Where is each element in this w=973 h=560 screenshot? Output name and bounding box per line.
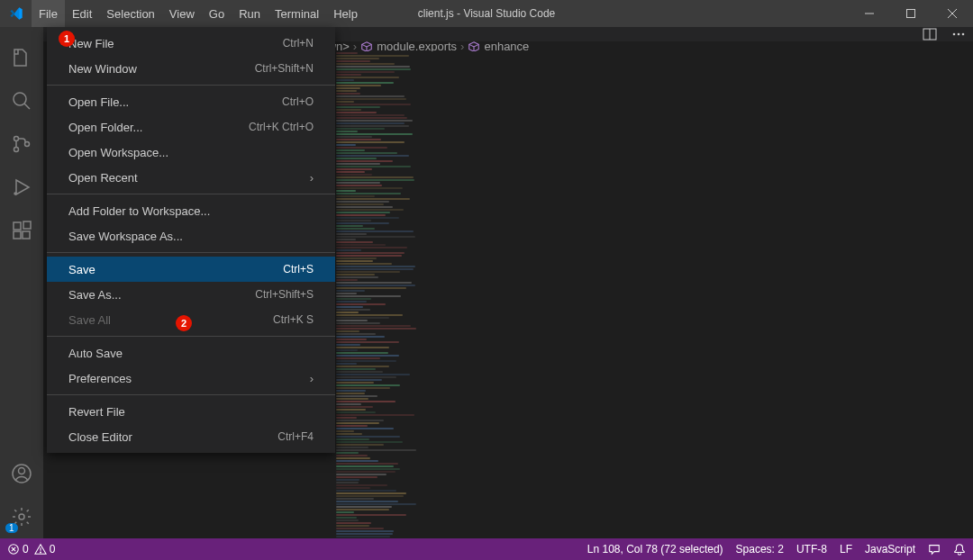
activity-bar: 1 xyxy=(0,27,43,538)
file-menu-dropdown: New FileCtrl+NNew WindowCtrl+Shift+NOpen… xyxy=(47,27,335,453)
indentation[interactable]: Spaces: 2 xyxy=(736,543,784,555)
close-button[interactable] xyxy=(932,0,973,27)
search-icon[interactable] xyxy=(0,79,43,122)
menu-file[interactable]: File xyxy=(32,0,65,27)
more-actions-icon[interactable] xyxy=(951,27,966,41)
source-control-icon[interactable] xyxy=(0,122,43,166)
menubar: FileEditSelectionViewGoRunTerminalHelp xyxy=(32,0,365,27)
menu-go[interactable]: Go xyxy=(202,0,232,27)
settings-badge: 1 xyxy=(5,523,18,533)
svg-point-9 xyxy=(14,193,16,194)
menuitem-preferences[interactable]: Preferences› xyxy=(47,366,335,391)
menu-terminal[interactable]: Terminal xyxy=(268,0,326,27)
svg-point-21 xyxy=(962,33,965,36)
svg-rect-12 xyxy=(23,231,30,239)
menuitem-save-as[interactable]: Save As...Ctrl+Shift+S xyxy=(47,282,335,307)
menuitem-revert-file[interactable]: Revert File xyxy=(47,399,335,424)
minimize-button[interactable] xyxy=(849,0,890,27)
svg-point-7 xyxy=(14,148,19,152)
menuitem-new-window[interactable]: New WindowCtrl+Shift+N xyxy=(47,56,335,81)
menuitem-auto-save[interactable]: Auto Save xyxy=(47,340,335,366)
menuitem-open-file[interactable]: Open File...Ctrl+O xyxy=(47,89,335,114)
svg-point-20 xyxy=(958,33,960,36)
encoding[interactable]: UTF-8 xyxy=(796,543,827,555)
minimap[interactable] xyxy=(332,51,428,538)
menuitem-save-workspace-as[interactable]: Save Workspace As... xyxy=(47,223,335,248)
svg-point-16 xyxy=(19,514,24,519)
svg-point-26 xyxy=(40,552,41,553)
feedback-icon[interactable] xyxy=(928,543,941,555)
status-bar: 0 0 Ln 108, Col 78 (72 selected) Spaces:… xyxy=(0,538,973,560)
errors-icon[interactable]: 0 xyxy=(7,543,29,555)
cursor-position[interactable]: Ln 108, Col 78 (72 selected) xyxy=(587,543,723,555)
svg-rect-10 xyxy=(14,222,21,230)
warnings-icon[interactable]: 0 xyxy=(34,543,56,555)
svg-rect-11 xyxy=(14,231,21,239)
vscode-icon xyxy=(0,6,32,21)
breadcrumb-item[interactable]: module.exports xyxy=(360,41,457,51)
svg-point-15 xyxy=(19,468,25,474)
menu-selection[interactable]: Selection xyxy=(99,0,161,27)
svg-line-5 xyxy=(24,104,30,109)
explorer-icon[interactable] xyxy=(0,36,43,79)
menu-run[interactable]: Run xyxy=(232,0,268,27)
menu-edit[interactable]: Edit xyxy=(65,0,99,27)
settings-gear-icon[interactable]: 1 xyxy=(0,495,43,538)
annotation-badge-1: 1 xyxy=(59,31,75,47)
menuitem-save[interactable]: SaveCtrl+S xyxy=(47,257,335,282)
svg-point-6 xyxy=(14,137,19,141)
notifications-icon[interactable] xyxy=(953,543,966,555)
title-bar: FileEditSelectionViewGoRunTerminalHelp c… xyxy=(0,0,973,27)
menu-view[interactable]: View xyxy=(162,0,202,27)
symbol-icon xyxy=(468,41,480,51)
svg-rect-1 xyxy=(907,10,915,18)
menuitem-open-workspace[interactable]: Open Workspace... xyxy=(47,140,335,165)
menu-help[interactable]: Help xyxy=(326,0,365,27)
svg-point-8 xyxy=(25,142,30,147)
svg-point-4 xyxy=(14,93,26,105)
language-mode[interactable]: JavaScript xyxy=(865,543,915,555)
menuitem-open-folder[interactable]: Open Folder...Ctrl+K Ctrl+O xyxy=(47,114,335,140)
extensions-icon[interactable] xyxy=(0,209,43,252)
breadcrumb-item[interactable]: enhance xyxy=(468,41,529,51)
eol[interactable]: LF xyxy=(840,543,852,555)
maximize-button[interactable] xyxy=(890,0,932,27)
annotation-badge-2: 2 xyxy=(176,315,192,331)
split-editor-icon[interactable] xyxy=(923,27,937,41)
menuitem-add-folder-to-workspace[interactable]: Add Folder to Workspace... xyxy=(47,198,335,223)
svg-rect-13 xyxy=(23,221,31,229)
accounts-icon[interactable] xyxy=(0,452,43,495)
symbol-icon xyxy=(360,41,373,51)
svg-point-19 xyxy=(953,33,956,36)
window-controls xyxy=(849,0,973,27)
menuitem-new-file[interactable]: New FileCtrl+N xyxy=(47,31,335,56)
menuitem-open-recent[interactable]: Open Recent› xyxy=(47,165,335,190)
run-debug-icon[interactable] xyxy=(0,166,43,209)
menuitem-close-editor[interactable]: Close EditorCtrl+F4 xyxy=(47,424,335,449)
